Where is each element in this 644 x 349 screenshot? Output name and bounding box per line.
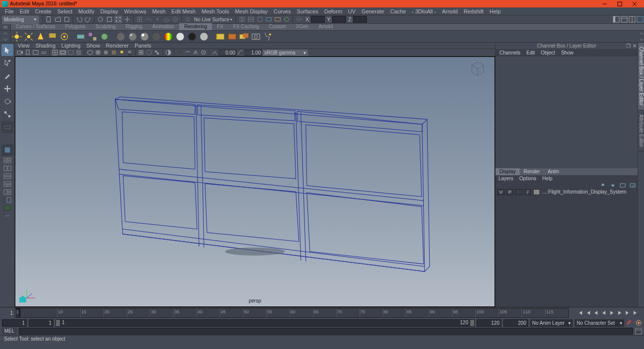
rotate-tool[interactable] bbox=[1, 96, 13, 107]
vp-image-plane-icon[interactable] bbox=[32, 49, 39, 56]
select-by-hierarchy-icon[interactable] bbox=[97, 15, 104, 23]
workspace-selector[interactable]: Modeling ▼ bbox=[2, 15, 39, 24]
render-frame-icon[interactable] bbox=[215, 31, 226, 42]
mat-surface-icon[interactable] bbox=[187, 31, 198, 42]
light-dir-icon[interactable] bbox=[11, 31, 22, 42]
maximize-button[interactable] bbox=[612, 0, 627, 7]
vp-ao-icon[interactable] bbox=[176, 49, 183, 56]
shelf-tab-fx-caching[interactable]: FX Caching bbox=[228, 23, 264, 30]
vp-wire-icon[interactable] bbox=[87, 49, 94, 56]
scale-tool[interactable] bbox=[1, 108, 13, 120]
new-scene-icon[interactable] bbox=[45, 15, 53, 23]
step-back-key-icon[interactable] bbox=[585, 309, 592, 316]
maya-home-icon[interactable] bbox=[18, 295, 27, 304]
vp-grid-icon[interactable] bbox=[51, 49, 58, 56]
lasso-tool[interactable] bbox=[1, 57, 13, 69]
sym-icon[interactable] bbox=[295, 15, 303, 23]
four-view-layout[interactable] bbox=[1, 157, 13, 164]
mel-label[interactable]: MEL bbox=[2, 328, 17, 335]
anim-layer-dropdown[interactable]: No Anim Layer▾ bbox=[530, 319, 573, 327]
open-scene-icon[interactable] bbox=[54, 15, 62, 23]
view-cube-icon[interactable] bbox=[469, 60, 487, 78]
two-stack-layout[interactable] bbox=[1, 173, 13, 180]
vp-select-cam-icon[interactable] bbox=[16, 49, 23, 56]
more-layouts-icon[interactable] bbox=[1, 212, 13, 219]
shelf-tab-fx[interactable]: FX bbox=[212, 23, 228, 30]
menu-modify[interactable]: Modify bbox=[75, 8, 97, 14]
range-thumb-right[interactable] bbox=[470, 320, 474, 326]
vp-film-gate-icon[interactable] bbox=[59, 49, 66, 56]
ch-menu-object[interactable]: Object bbox=[538, 50, 558, 55]
ch-menu-channels[interactable]: Channels bbox=[496, 50, 523, 55]
save-scene-icon[interactable] bbox=[63, 15, 71, 23]
layer-menu-options[interactable]: Options bbox=[516, 176, 539, 181]
menu-surfaces[interactable]: Surfaces bbox=[294, 8, 321, 14]
undo-icon[interactable] bbox=[75, 15, 83, 23]
menu-redshift[interactable]: Redshift bbox=[461, 8, 487, 14]
panel2-icon[interactable] bbox=[621, 16, 628, 23]
menu-select[interactable]: Select bbox=[54, 8, 76, 14]
go-start-icon[interactable] bbox=[577, 309, 584, 316]
batch-render-icon[interactable] bbox=[262, 31, 273, 42]
layer-menu-help[interactable]: Help bbox=[539, 176, 555, 181]
vp-exposure-field[interactable]: 0.00 bbox=[219, 50, 237, 56]
redo-icon[interactable] bbox=[84, 15, 92, 23]
outliner-layout[interactable] bbox=[1, 197, 13, 203]
menu-generate[interactable]: Generate bbox=[358, 8, 387, 14]
menu-arnold[interactable]: Arnold bbox=[439, 8, 461, 14]
range-slider[interactable]: 1 120 bbox=[55, 319, 475, 327]
side-tab-channel-box-layer-editor[interactable]: Channel Box / Layer Editor bbox=[638, 43, 644, 110]
assign-new-icon[interactable] bbox=[87, 31, 98, 42]
menu-uv[interactable]: UV bbox=[345, 8, 358, 14]
move-layer-down-icon[interactable] bbox=[610, 182, 616, 188]
layer-name-label[interactable]: …:Flight_Information_Display_System bbox=[542, 189, 636, 195]
shelf-tab-xgen[interactable]: XGen bbox=[291, 23, 314, 30]
layer-row[interactable]: V P / …:Flight_Information_Display_Syste… bbox=[495, 189, 638, 196]
side-tab-attribute-editor[interactable]: Attribute Editor bbox=[638, 110, 644, 151]
menu-windows[interactable]: Windows bbox=[121, 8, 149, 14]
ch-menu-edit[interactable]: Edit bbox=[523, 50, 538, 55]
vp-gate-mask-icon[interactable] bbox=[75, 49, 82, 56]
coord-z-input[interactable] bbox=[353, 16, 367, 23]
range-end-outer[interactable]: 200 bbox=[503, 319, 528, 327]
shelf-right-up-icon[interactable] bbox=[639, 31, 644, 37]
mel-input[interactable] bbox=[19, 328, 633, 335]
select-tool[interactable] bbox=[1, 44, 13, 56]
two-side-layout[interactable] bbox=[1, 165, 13, 172]
coord-x-input[interactable] bbox=[311, 16, 325, 23]
snap-plane-icon[interactable] bbox=[162, 15, 170, 23]
mat-phong-icon[interactable] bbox=[139, 31, 150, 42]
vp-menu-view[interactable]: View bbox=[15, 43, 33, 49]
snap-curve-icon[interactable] bbox=[145, 15, 152, 23]
vp-shaded-wire-icon[interactable] bbox=[102, 49, 109, 56]
minimize-button[interactable] bbox=[597, 0, 612, 7]
menu-curves[interactable]: Curves bbox=[271, 8, 294, 14]
select-by-object-icon[interactable] bbox=[105, 15, 113, 23]
vp-dof-icon[interactable] bbox=[200, 49, 207, 56]
make-live-icon[interactable] bbox=[184, 15, 192, 23]
layer-tab-render[interactable]: Render bbox=[520, 168, 544, 175]
shelf-tab-arnold[interactable]: Arnold bbox=[313, 23, 338, 30]
range-thumb-left[interactable] bbox=[56, 320, 60, 326]
close-button[interactable] bbox=[627, 0, 642, 7]
render-view-icon[interactable] bbox=[265, 15, 273, 23]
shelf-menu-icon[interactable] bbox=[0, 24, 11, 30]
menu--3dtoall-[interactable]: - 3DtoAll - bbox=[409, 8, 439, 14]
range-end-inner[interactable]: 120 bbox=[477, 319, 501, 327]
paint-select-tool[interactable] bbox=[1, 70, 13, 82]
vp-menu-show[interactable]: Show bbox=[84, 43, 103, 49]
mat-layer-icon[interactable] bbox=[175, 31, 186, 42]
menu-mesh-tools[interactable]: Mesh Tools bbox=[198, 8, 232, 14]
history2-icon[interactable] bbox=[247, 15, 255, 23]
vp-shadows-icon[interactable] bbox=[126, 49, 133, 56]
prefs-icon[interactable] bbox=[635, 319, 642, 326]
render-settings-icon[interactable] bbox=[250, 31, 261, 42]
shelf-scroll-down-icon[interactable] bbox=[0, 37, 10, 43]
snap-grid-icon[interactable] bbox=[136, 15, 144, 23]
move-tool[interactable] bbox=[1, 83, 13, 95]
vp-gamma-field[interactable]: 1.00 bbox=[245, 50, 262, 56]
history-icon[interactable] bbox=[238, 15, 246, 23]
light-point-icon[interactable] bbox=[23, 31, 34, 42]
menu-mesh-display[interactable]: Mesh Display bbox=[232, 8, 271, 14]
new-empty-layer-icon[interactable] bbox=[620, 182, 626, 188]
